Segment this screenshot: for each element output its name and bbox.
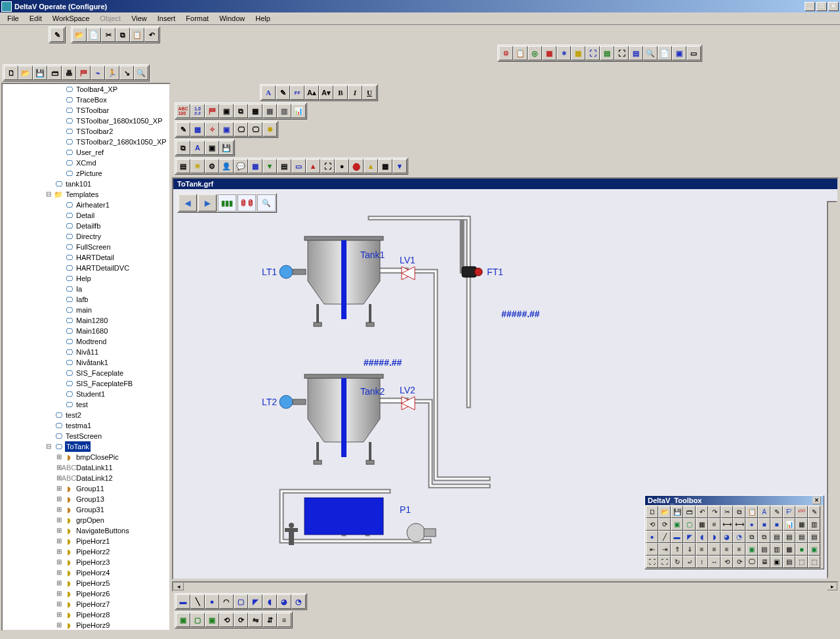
tree-item[interactable]: 🖵XCmd	[13, 158, 169, 168]
tree-item[interactable]: ⊞◗PipeHorz9	[13, 620, 169, 630]
tool-icon[interactable]: ▣	[219, 122, 234, 137]
tool-icon[interactable]: 👤	[219, 159, 234, 173]
palette-tool[interactable]: ⟷	[721, 518, 733, 531]
palette-tool[interactable]: 📋	[746, 506, 758, 518]
palette-tool[interactable]: ◗	[708, 531, 721, 543]
tool-icon[interactable]: ▭	[291, 159, 306, 173]
open-icon[interactable]: 📂	[18, 66, 33, 80]
palette-tool[interactable]: ⟲	[721, 556, 733, 568]
palette-tool[interactable]: ╱	[658, 531, 671, 543]
open-folder-icon[interactable]: 📂	[72, 28, 87, 42]
tree-item[interactable]: 🖵Ia	[13, 284, 169, 294]
tree-item[interactable]: 🖵FullScreen	[13, 242, 169, 252]
tree-panel[interactable]: 🖵Toolbar4_XP🖵TraceBox🖵TSToolbar🖵TSToolba…	[1, 83, 171, 631]
tree-item[interactable]: 🖵Detailfb	[13, 221, 169, 231]
tool-icon[interactable]: 📋	[513, 46, 528, 60]
tree-item[interactable]: 🖵Iafb	[13, 294, 169, 305]
tree-item[interactable]: 🖵SIS_Faceplate	[13, 368, 169, 378]
palette-tool[interactable]: ⟷	[733, 518, 746, 531]
palette-tool[interactable]: ⬚	[795, 556, 808, 568]
palette-tool[interactable]: ⧉	[758, 531, 770, 543]
palette-title[interactable]: DeltaV_Toolbox ×	[645, 496, 824, 505]
tree-item[interactable]: 🖵Toolbar4_XP	[13, 84, 169, 95]
tool-icon[interactable]: ▦	[262, 104, 277, 118]
tool-icon[interactable]: ⛶	[614, 46, 629, 60]
tree-item[interactable]: ⊞◗Group11	[13, 483, 169, 494]
tree-item[interactable]: ⊞◗PipeHorz7	[13, 599, 169, 609]
palette-tool[interactable]: ≡	[733, 543, 746, 556]
tree-item[interactable]: 🖵Directry	[13, 231, 169, 242]
tool-icon[interactable]: ▤	[629, 46, 643, 60]
palette-tool[interactable]: ≡	[721, 543, 733, 556]
palette-tool[interactable]: ▤	[770, 531, 783, 543]
palette-tool[interactable]: ▣	[746, 543, 758, 556]
tool-icon[interactable]: ↘	[119, 66, 134, 80]
tool-icon[interactable]: ▣	[672, 46, 686, 60]
tree-item[interactable]: 🖵test	[13, 399, 169, 410]
tree-item[interactable]: 🖵TestScreen	[13, 431, 169, 441]
rotate-l-icon[interactable]: ⟲	[219, 613, 234, 627]
tree-item[interactable]: ⊞◗PipeHorz6	[13, 588, 169, 599]
tool-icon[interactable]: ▭	[686, 46, 701, 60]
palette-tool[interactable]: Fᶠ	[783, 506, 795, 518]
tool-icon[interactable]: 🔍	[134, 66, 148, 80]
tree-item[interactable]: ⊞◗grpOpen	[13, 515, 169, 525]
roundrect-icon[interactable]: ▢	[234, 594, 248, 609]
tool-icon[interactable]: ▥	[277, 104, 291, 118]
palette-tool[interactable]: ⟲	[646, 518, 658, 531]
paste-icon[interactable]: 📋	[130, 28, 144, 42]
palette-tool[interactable]: ●	[646, 531, 658, 543]
palette-tool[interactable]: ↕	[696, 556, 708, 568]
italic-button[interactable]: I	[348, 85, 362, 100]
tree-item[interactable]: 🖵zPicture	[13, 168, 169, 179]
tool-icon[interactable]: 🖵	[248, 122, 262, 137]
tool-icon[interactable]: 💬	[234, 159, 248, 173]
tool-icon[interactable]: ▣	[219, 104, 234, 118]
save-icon[interactable]: 💾	[219, 141, 234, 155]
palette-tool[interactable]: ✎	[770, 506, 783, 518]
tool-icon[interactable]: ✎	[276, 85, 290, 100]
tree-item[interactable]: 🖵HARTDetail	[13, 252, 169, 263]
menu-workspace[interactable]: WorkSpace	[48, 13, 94, 24]
tree-item[interactable]: 🖵Main1680	[13, 326, 169, 336]
tree-item[interactable]: 🖵Student1	[13, 389, 169, 399]
tree-item[interactable]: 🖵Main1280	[13, 315, 169, 326]
flip-v-icon[interactable]: ⇵	[262, 613, 277, 627]
tree-item[interactable]: 🖵TSToolbar	[13, 105, 169, 116]
rotate-r-icon[interactable]: ⟳	[234, 613, 248, 627]
palette-tool[interactable]: ⧉	[746, 531, 758, 543]
tool-icon[interactable]: ⚙	[205, 159, 219, 173]
sector-icon[interactable]: ◔	[291, 594, 306, 609]
palette-tool[interactable]: ▤	[758, 543, 770, 556]
new-icon[interactable]: 🗋	[4, 66, 18, 80]
tree-item[interactable]: ⊞◗PipeHorz4	[13, 567, 169, 578]
tool-icon[interactable]: ⧉	[176, 141, 190, 155]
tool-icon[interactable]: 📄	[87, 28, 101, 42]
palette-tool[interactable]: ⛶	[646, 556, 658, 568]
palette-tool[interactable]: ▥	[770, 543, 783, 556]
palette-tool[interactable]: ↷	[708, 506, 721, 518]
font-face-icon[interactable]: FF	[290, 85, 304, 100]
flip-h-icon[interactable]: ⇋	[248, 613, 262, 627]
cut-icon[interactable]: ✂	[101, 28, 116, 42]
arc-shape-icon[interactable]: ◠	[219, 594, 234, 609]
ellipse-shape-icon[interactable]: ●	[205, 594, 219, 609]
rect-shape-icon[interactable]: ▬	[176, 594, 190, 609]
tool-icon[interactable]: ▦	[571, 46, 585, 60]
saveall-icon[interactable]: 🗃	[47, 66, 62, 80]
tool-icon[interactable]: ▤	[600, 46, 614, 60]
tool-icon[interactable]: ✎	[50, 28, 64, 42]
tool-icon[interactable]: ▤	[176, 159, 190, 173]
palette-tool[interactable]: ▣	[770, 556, 783, 568]
tree-item[interactable]: 🖵SIS_FaceplateFB	[13, 378, 169, 389]
front-icon[interactable]: ▣	[205, 613, 219, 627]
tool-icon[interactable]: ⛭	[499, 46, 513, 60]
tool-icon[interactable]: ▼	[262, 159, 277, 173]
tool-icon[interactable]: ✶	[556, 46, 571, 60]
minimize-button[interactable]: _	[805, 2, 815, 11]
palette-tool[interactable]: ■	[770, 518, 783, 531]
palette-tool[interactable]: ⇓	[683, 543, 696, 556]
font-bigger-icon[interactable]: A▴	[304, 85, 319, 100]
tool-icon[interactable]: ⬤	[349, 159, 364, 173]
palette-tool[interactable]: 🖵	[746, 556, 758, 568]
